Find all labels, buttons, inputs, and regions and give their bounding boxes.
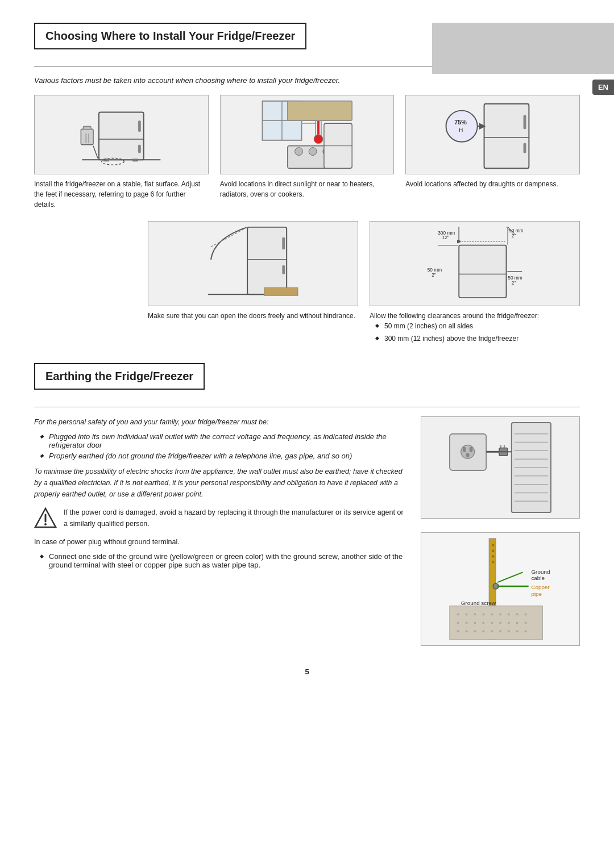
install-caption-3: Avoid locations affected by draughts or … (405, 179, 580, 189)
svg-rect-46 (264, 287, 298, 295)
svg-point-105 (491, 614, 493, 616)
earthing-intro: For the personal safety of you and your … (34, 416, 404, 428)
svg-rect-9 (83, 126, 91, 130)
svg-point-114 (525, 621, 527, 624)
svg-point-70 (463, 446, 466, 452)
svg-text:H: H (459, 127, 463, 133)
svg-point-108 (516, 614, 518, 616)
clearance-bullet-1: 50 mm (2 inches) on all sides (375, 321, 580, 331)
svg-point-112 (508, 621, 510, 624)
svg-text:2": 2" (432, 272, 436, 278)
svg-point-109 (525, 614, 527, 616)
title-bg-decoration (432, 23, 614, 74)
svg-rect-91 (492, 561, 494, 564)
clearance-bullets: 50 mm (2 inches) on all sides 300 mm (12… (370, 321, 580, 344)
install-image-4: Make sure that you can open the doors fr… (148, 221, 358, 346)
svg-point-116 (466, 630, 468, 632)
install-img-placeholder-3: 75% H (405, 95, 580, 174)
svg-rect-47 (459, 245, 506, 298)
ground-diagram-image: Ground cable Copper pipe Ground screw (421, 532, 580, 646)
svg-line-44 (211, 227, 247, 247)
install-img-placeholder-1 (34, 95, 209, 174)
warning-text: If the power cord is damaged, avoid a ha… (64, 507, 404, 529)
section1-intro: Various factors must be taken into accou… (34, 76, 580, 85)
svg-rect-35 (524, 143, 526, 153)
svg-rect-90 (492, 556, 494, 558)
language-badge: EN (592, 80, 614, 95)
svg-point-21 (314, 135, 323, 144)
svg-point-115 (457, 630, 459, 632)
svg-text:cable: cable (531, 575, 545, 581)
title-area: Choosing Where to Install Your Fridge/Fr… (34, 23, 580, 61)
svg-text:pipe: pipe (531, 591, 542, 597)
page-number: 5 (34, 667, 580, 676)
svg-text:2": 2" (512, 233, 516, 239)
svg-point-107 (508, 614, 510, 616)
svg-rect-31 (287, 101, 351, 121)
svg-rect-96 (450, 606, 542, 640)
section2-title-area: Earthing the Fridge/Freezer (34, 363, 580, 401)
clearance-bullet-2: 300 mm (12 inches) above the fridge/free… (375, 333, 580, 344)
earthing-bullet-1: Plugged into its own individual wall out… (40, 432, 404, 449)
svg-text:75%: 75% (455, 119, 467, 126)
svg-point-106 (499, 614, 501, 616)
svg-rect-6 (132, 158, 138, 161)
install-img-placeholder-2: 30° 86°F (220, 95, 395, 174)
svg-point-119 (491, 630, 493, 632)
svg-rect-8 (81, 129, 93, 145)
svg-point-102 (466, 621, 468, 624)
svg-rect-40 (247, 227, 287, 294)
svg-point-110 (491, 621, 493, 624)
svg-point-118 (482, 630, 484, 632)
svg-rect-42 (282, 237, 285, 250)
svg-point-122 (516, 630, 518, 632)
install-caption-1: Install the fridge/freezer on a stable, … (34, 179, 209, 210)
install-image-3: 75% H Avoid locations affected by draugh… (405, 95, 580, 210)
svg-point-111 (499, 621, 501, 624)
warning-icon (34, 507, 57, 529)
svg-point-120 (499, 630, 501, 632)
svg-rect-4 (138, 145, 141, 153)
install-image-1: Install the fridge/freezer on a stable, … (34, 95, 209, 210)
svg-rect-34 (524, 115, 526, 130)
section2-title: Earthing the Fridge/Freezer (34, 363, 205, 390)
install-image-5: 300 mm 12" 50 mm 2" 50 mm 2" 50 mm 2" Al (370, 221, 580, 346)
svg-point-113 (516, 621, 518, 624)
install-img-placeholder-4 (148, 221, 358, 306)
ground-wire-bullet: Connect one side of the ground wire (yel… (40, 552, 404, 569)
earthing-images-column: Ground cable Copper pipe Ground screw (421, 416, 580, 650)
svg-line-94 (497, 572, 523, 582)
outlet-image (421, 416, 580, 519)
svg-point-67 (44, 523, 47, 525)
svg-text:2": 2" (512, 280, 516, 286)
install-caption-5: Allow the following clearances around th… (370, 311, 580, 346)
svg-point-117 (474, 630, 476, 632)
svg-point-100 (482, 614, 484, 616)
install-caption-2: Avoid locations in direct sunlight or ne… (220, 179, 395, 199)
warning-text-1: If the power cord is damaged, avoid a ha… (64, 507, 404, 529)
svg-point-71 (470, 446, 473, 452)
earthing-bullets: Plugged into its own individual wall out… (34, 432, 404, 460)
earthing-body-italic: To minimise the possibility of electric … (34, 466, 404, 500)
svg-rect-43 (282, 265, 285, 274)
svg-rect-89 (492, 550, 494, 552)
svg-rect-3 (138, 120, 141, 132)
earthing-bullet-2: Properly earthed (do not ground the frid… (40, 452, 404, 460)
svg-text:Ground screw: Ground screw (461, 600, 496, 606)
svg-point-99 (474, 614, 476, 616)
svg-text:Copper: Copper (531, 584, 550, 590)
svg-point-104 (482, 621, 484, 624)
svg-point-98 (466, 614, 468, 616)
svg-point-97 (457, 614, 459, 616)
earthing-text-column: For the personal safety of you and your … (34, 416, 404, 650)
svg-point-101 (457, 621, 459, 624)
install-grid-row1: Install the fridge/freezer on a stable, … (34, 95, 580, 210)
svg-line-12 (93, 146, 98, 158)
svg-point-123 (525, 630, 527, 632)
svg-rect-1 (99, 112, 144, 160)
warning-box: If the power cord is damaged, avoid a ha… (34, 507, 404, 529)
section2: Earthing the Fridge/Freezer For the pers… (34, 363, 580, 650)
ground-wire-bullets: Connect one side of the ground wire (yel… (34, 552, 404, 569)
svg-rect-32 (484, 104, 529, 168)
section2-divider (34, 407, 580, 407)
